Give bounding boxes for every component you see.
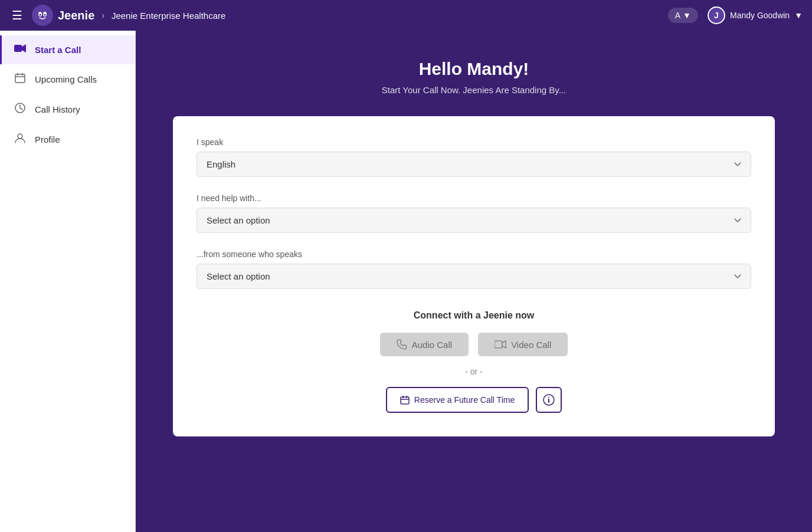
call-card: I speak English Spanish French Mandarin …: [173, 116, 775, 436]
sidebar-item-profile[interactable]: Profile: [0, 124, 135, 155]
phone-icon: [397, 339, 407, 350]
main-content: Hello Mandy! Start Your Call Now. Jeenie…: [136, 31, 812, 532]
help-select[interactable]: Select an option Medical Legal General: [197, 208, 751, 233]
hero-subtitle: Start Your Call Now. Jeenies Are Standin…: [382, 85, 566, 95]
sidebar-item-call-history-label: Call History: [35, 104, 80, 114]
svg-rect-15: [401, 397, 409, 404]
reserve-future-call-button[interactable]: Reserve a Future Call Time: [386, 387, 529, 413]
svg-point-12: [18, 134, 22, 139]
breadcrumb-arrow-icon: ›: [102, 11, 104, 20]
help-label: I need help with...: [197, 193, 751, 203]
sidebar-item-upcoming-calls-label: Upcoming Calls: [35, 74, 97, 84]
audio-call-button[interactable]: Audio Call: [380, 333, 469, 356]
calendar-icon: [14, 73, 27, 86]
user-avatar: J: [708, 6, 725, 24]
speak-label: I speak: [197, 137, 751, 147]
svg-point-21: [548, 397, 549, 398]
user-menu-button[interactable]: J Mandy Goodwin ▼: [708, 6, 803, 24]
sidebar-item-call-history[interactable]: Call History: [0, 94, 135, 124]
translate-button[interactable]: A ▼: [668, 8, 698, 23]
from-form-group: ...from someone who speaks Select an opt…: [197, 249, 751, 289]
svg-point-3: [40, 14, 41, 16]
translate-icon: A: [675, 11, 680, 20]
connect-section: Connect with a Jeenie now Audio Call: [197, 310, 751, 413]
from-select[interactable]: Select an option Spanish French Mandarin…: [197, 264, 751, 289]
speak-select[interactable]: English Spanish French Mandarin: [197, 152, 751, 177]
svg-point-4: [44, 14, 46, 16]
svg-rect-5: [14, 45, 22, 52]
video-call-button[interactable]: Video Call: [478, 333, 568, 356]
logo-text: Jeenie: [58, 9, 94, 22]
sidebar-item-upcoming-calls[interactable]: Upcoming Calls: [0, 64, 135, 94]
sidebar-item-start-call[interactable]: Start a Call: [0, 35, 135, 64]
user-dropdown-icon: ▼: [794, 11, 803, 20]
app-layout: Start a Call Upcoming Calls Call History…: [0, 31, 812, 532]
svg-rect-7: [15, 74, 25, 83]
video-camera-icon: [14, 44, 27, 56]
clock-icon: [14, 103, 27, 116]
calendar-reserve-icon: [400, 395, 410, 405]
svg-marker-6: [22, 44, 26, 52]
speak-form-group: I speak English Spanish French Mandarin: [197, 137, 751, 177]
svg-rect-13: [495, 341, 502, 348]
top-nav: ☰ Jeenie › Jeenie Enterprise Healthcare …: [0, 0, 812, 31]
or-divider: - or -: [197, 367, 751, 376]
nav-right: A ▼ J Mandy Goodwin ▼: [668, 6, 803, 24]
sidebar-item-start-call-label: Start a Call: [35, 45, 81, 55]
translate-label: ▼: [683, 11, 691, 20]
logo-area: Jeenie: [32, 5, 94, 26]
jeenie-logo-icon: [32, 5, 53, 26]
connect-label: Connect with a Jeenie now: [197, 310, 751, 321]
svg-point-0: [32, 5, 53, 26]
hamburger-icon[interactable]: ☰: [9, 6, 25, 25]
user-name: Mandy Goodwin: [730, 11, 790, 20]
reserve-call-label: Reserve a Future Call Time: [414, 395, 515, 405]
audio-call-label: Audio Call: [412, 340, 452, 350]
person-icon: [14, 133, 27, 146]
sidebar: Start a Call Upcoming Calls Call History…: [0, 31, 136, 532]
reserve-section: Reserve a Future Call Time: [197, 387, 751, 413]
hero-title: Hello Mandy!: [419, 59, 529, 79]
video-call-label: Video Call: [511, 340, 551, 350]
breadcrumb-label: Jeenie Enterprise Healthcare: [112, 11, 225, 21]
sidebar-item-profile-label: Profile: [35, 134, 60, 145]
video-icon: [495, 340, 506, 349]
info-icon: [543, 394, 555, 406]
svg-marker-14: [502, 341, 506, 348]
from-label: ...from someone who speaks: [197, 249, 751, 259]
help-form-group: I need help with... Select an option Med…: [197, 193, 751, 233]
call-buttons-group: Audio Call Video Call: [197, 333, 751, 356]
info-button[interactable]: [536, 387, 562, 413]
